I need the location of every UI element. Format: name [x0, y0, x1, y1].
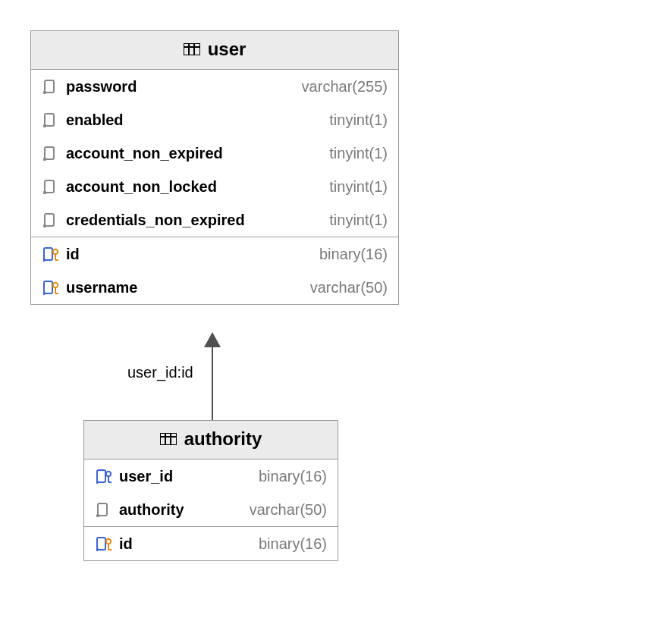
column-type: varchar(255)	[302, 78, 388, 96]
column-name: id	[119, 535, 253, 553]
column-row[interactable]: user_id binary(16)	[84, 460, 338, 493]
column-row[interactable]: enabled tinyint(1)	[31, 103, 398, 136]
svg-point-15	[43, 259, 46, 262]
column-icon	[42, 112, 61, 127]
primary-key-icon	[95, 536, 115, 551]
column-icon	[42, 212, 61, 227]
svg-point-7	[43, 124, 46, 127]
svg-point-20	[43, 292, 46, 295]
svg-rect-6	[45, 114, 54, 126]
svg-point-11	[43, 191, 46, 194]
table-authority[interactable]: authority user_id binary(16) authority v…	[83, 420, 338, 561]
column-row[interactable]: authority varchar(50)	[84, 493, 338, 526]
column-row[interactable]: password varchar(255)	[31, 70, 398, 103]
svg-rect-14	[44, 248, 52, 260]
column-type: tinyint(1)	[329, 178, 388, 196]
svg-rect-0	[184, 43, 200, 55]
table-user-title: user	[208, 39, 247, 60]
column-name: credentials_non_expired	[66, 212, 323, 229]
primary-key-icon	[42, 246, 61, 262]
table-authority-header: authority	[84, 421, 338, 460]
column-name: authority	[119, 501, 243, 519]
svg-point-30	[106, 472, 111, 476]
foreign-key-icon	[95, 469, 115, 484]
svg-point-36	[96, 548, 99, 551]
er-diagram-canvas: user password varchar(255) enabled tinyi…	[0, 0, 672, 643]
column-icon	[42, 79, 61, 94]
column-type: varchar(50)	[250, 501, 327, 519]
column-name: username	[66, 279, 304, 296]
column-icon	[42, 146, 61, 161]
svg-rect-8	[45, 147, 54, 159]
column-row[interactable]: id binary(16)	[31, 237, 398, 271]
column-row[interactable]: credentials_non_expired tinyint(1)	[31, 203, 398, 237]
column-row[interactable]: account_non_expired tinyint(1)	[31, 136, 398, 170]
table-icon	[160, 433, 177, 445]
svg-rect-19	[44, 281, 52, 293]
svg-rect-10	[45, 180, 54, 193]
svg-marker-41	[204, 332, 221, 347]
svg-rect-24	[160, 433, 177, 445]
svg-point-29	[96, 481, 99, 484]
relation-label: user_id:id	[127, 364, 193, 381]
column-name: user_id	[119, 468, 253, 485]
column-row[interactable]: id binary(16)	[84, 527, 338, 560]
svg-rect-4	[45, 80, 54, 93]
svg-point-5	[43, 91, 46, 94]
column-name: account_non_expired	[66, 145, 323, 162]
table-icon	[184, 43, 200, 55]
primary-key-icon	[42, 280, 61, 295]
svg-point-9	[43, 158, 46, 161]
relation-arrow	[201, 332, 224, 423]
column-row[interactable]: username varchar(50)	[31, 271, 398, 304]
column-type: binary(16)	[319, 246, 388, 263]
column-icon	[95, 502, 115, 517]
svg-rect-35	[97, 538, 105, 550]
column-name: enabled	[66, 111, 323, 129]
column-type: tinyint(1)	[329, 145, 388, 162]
svg-point-13	[43, 224, 46, 227]
svg-point-37	[106, 539, 111, 544]
column-type: varchar(50)	[310, 279, 388, 296]
table-authority-title: authority	[184, 428, 262, 450]
column-name: id	[66, 246, 313, 263]
table-user-header: user	[31, 31, 398, 70]
svg-rect-28	[97, 470, 105, 482]
column-type: tinyint(1)	[329, 212, 388, 229]
column-row[interactable]: account_non_locked tinyint(1)	[31, 170, 398, 203]
svg-point-34	[96, 514, 99, 517]
table-user-columns: password varchar(255) enabled tinyint(1)…	[31, 70, 398, 304]
svg-point-21	[53, 283, 58, 287]
svg-rect-33	[98, 503, 107, 516]
svg-point-16	[53, 249, 58, 254]
column-name: password	[66, 78, 296, 96]
svg-rect-12	[45, 214, 54, 226]
column-icon	[42, 179, 61, 194]
column-type: binary(16)	[259, 535, 327, 553]
column-name: account_non_locked	[66, 178, 323, 196]
table-user[interactable]: user password varchar(255) enabled tinyi…	[30, 30, 399, 305]
column-type: tinyint(1)	[329, 111, 388, 129]
table-authority-columns: user_id binary(16) authority varchar(50)…	[84, 460, 338, 560]
column-type: binary(16)	[259, 468, 327, 485]
